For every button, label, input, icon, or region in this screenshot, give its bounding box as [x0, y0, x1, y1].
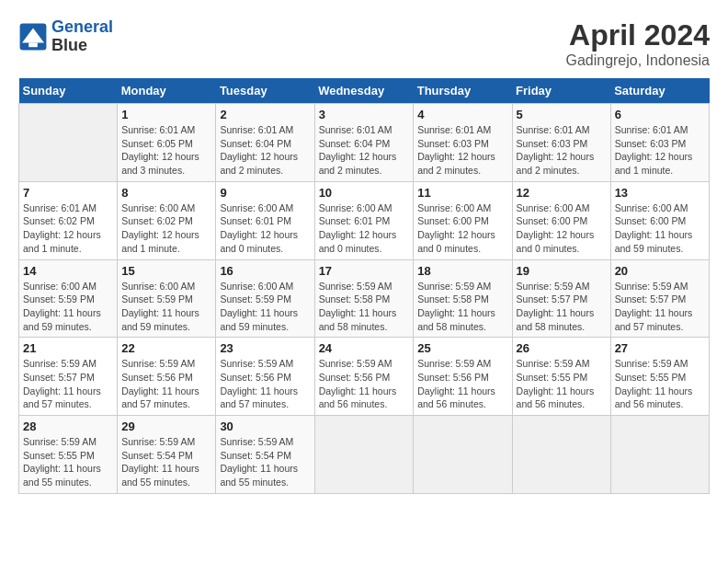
day-number: 19	[517, 264, 607, 278]
day-info: Sunrise: 5:59 AMSunset: 5:56 PMDaylight:…	[319, 357, 410, 411]
day-number: 22	[121, 341, 211, 355]
day-number: 30	[220, 419, 310, 433]
calendar-cell: 2Sunrise: 6:01 AMSunset: 6:04 PMDaylight…	[216, 104, 314, 182]
day-number: 27	[615, 341, 705, 355]
day-number: 24	[319, 341, 410, 355]
day-number: 13	[615, 186, 705, 200]
day-info: Sunrise: 6:01 AMSunset: 6:04 PMDaylight:…	[319, 123, 410, 178]
day-number: 9	[220, 186, 310, 200]
logo-icon	[18, 22, 48, 52]
calendar-cell: 28Sunrise: 5:59 AMSunset: 5:55 PMDayligh…	[19, 416, 118, 494]
day-number: 8	[121, 186, 211, 200]
calendar-cell: 7Sunrise: 6:01 AMSunset: 6:02 PMDaylight…	[19, 181, 118, 259]
day-info: Sunrise: 6:01 AMSunset: 6:02 PMDaylight:…	[23, 201, 113, 256]
day-number: 29	[121, 419, 211, 433]
header-day-saturday: Saturday	[610, 78, 709, 104]
day-number: 20	[615, 264, 705, 278]
day-info: Sunrise: 6:00 AMSunset: 6:00 PMDaylight:…	[615, 201, 705, 256]
calendar-week-row: 1Sunrise: 6:01 AMSunset: 6:05 PMDaylight…	[19, 104, 710, 182]
day-info: Sunrise: 5:59 AMSunset: 5:55 PMDaylight:…	[23, 435, 113, 489]
day-number: 15	[121, 264, 211, 278]
day-number: 10	[319, 186, 410, 200]
logo-text: GeneralBlue	[51, 18, 113, 55]
day-number: 5	[517, 108, 607, 121]
day-info: Sunrise: 6:00 AMSunset: 5:59 PMDaylight:…	[121, 280, 211, 334]
day-number: 23	[220, 341, 310, 355]
calendar-cell: 15Sunrise: 6:00 AMSunset: 5:59 PMDayligh…	[118, 259, 216, 338]
day-info: Sunrise: 6:00 AMSunset: 5:59 PMDaylight:…	[220, 280, 310, 334]
day-info: Sunrise: 6:01 AMSunset: 6:03 PMDaylight:…	[615, 123, 705, 178]
calendar-table: SundayMondayTuesdayWednesdayThursdayFrid…	[18, 78, 710, 494]
day-number: 11	[417, 186, 507, 200]
day-number: 21	[23, 341, 113, 355]
calendar-week-row: 21Sunrise: 5:59 AMSunset: 5:57 PMDayligh…	[19, 338, 710, 416]
calendar-cell: 10Sunrise: 6:00 AMSunset: 6:01 PMDayligh…	[314, 181, 414, 259]
calendar-cell: 3Sunrise: 6:01 AMSunset: 6:04 PMDaylight…	[314, 104, 414, 182]
calendar-cell: 8Sunrise: 6:00 AMSunset: 6:02 PMDaylight…	[118, 181, 216, 259]
header-day-thursday: Thursday	[414, 78, 512, 104]
calendar-cell: 16Sunrise: 6:00 AMSunset: 5:59 PMDayligh…	[216, 259, 314, 338]
calendar-cell: 23Sunrise: 5:59 AMSunset: 5:56 PMDayligh…	[216, 338, 314, 416]
day-info: Sunrise: 5:59 AMSunset: 5:58 PMDaylight:…	[417, 280, 507, 334]
day-number: 7	[23, 186, 113, 200]
header-day-monday: Monday	[118, 78, 216, 104]
page-title: April 2024	[565, 18, 710, 52]
header-day-wednesday: Wednesday	[314, 78, 414, 104]
day-info: Sunrise: 5:59 AMSunset: 5:57 PMDaylight:…	[517, 280, 607, 334]
day-info: Sunrise: 5:59 AMSunset: 5:56 PMDaylight:…	[121, 357, 211, 411]
day-info: Sunrise: 6:00 AMSunset: 6:01 PMDaylight:…	[220, 201, 310, 256]
calendar-week-row: 14Sunrise: 6:00 AMSunset: 5:59 PMDayligh…	[19, 259, 710, 338]
day-number: 28	[23, 419, 113, 433]
header-day-sunday: Sunday	[19, 78, 118, 104]
day-info: Sunrise: 6:01 AMSunset: 6:03 PMDaylight:…	[517, 123, 607, 178]
calendar-cell: 11Sunrise: 6:00 AMSunset: 6:00 PMDayligh…	[414, 181, 512, 259]
logo: GeneralBlue	[18, 18, 113, 55]
day-info: Sunrise: 5:59 AMSunset: 5:56 PMDaylight:…	[417, 357, 507, 411]
calendar-header-row: SundayMondayTuesdayWednesdayThursdayFrid…	[19, 78, 710, 104]
day-info: Sunrise: 5:59 AMSunset: 5:54 PMDaylight:…	[121, 435, 211, 489]
day-info: Sunrise: 6:00 AMSunset: 6:02 PMDaylight:…	[121, 201, 211, 256]
calendar-cell: 25Sunrise: 5:59 AMSunset: 5:56 PMDayligh…	[414, 338, 512, 416]
calendar-cell	[314, 416, 414, 494]
calendar-cell: 18Sunrise: 5:59 AMSunset: 5:58 PMDayligh…	[414, 259, 512, 338]
calendar-cell: 21Sunrise: 5:59 AMSunset: 5:57 PMDayligh…	[19, 338, 118, 416]
svg-rect-2	[28, 42, 38, 47]
calendar-cell	[414, 416, 512, 494]
calendar-cell: 12Sunrise: 6:00 AMSunset: 6:00 PMDayligh…	[512, 181, 610, 259]
calendar-cell: 13Sunrise: 6:00 AMSunset: 6:00 PMDayligh…	[610, 181, 709, 259]
calendar-cell: 6Sunrise: 6:01 AMSunset: 6:03 PMDaylight…	[610, 104, 709, 182]
day-info: Sunrise: 6:00 AMSunset: 6:00 PMDaylight:…	[417, 201, 507, 256]
calendar-cell	[19, 104, 118, 182]
day-number: 12	[517, 186, 607, 200]
calendar-cell: 17Sunrise: 5:59 AMSunset: 5:58 PMDayligh…	[314, 259, 414, 338]
day-info: Sunrise: 5:59 AMSunset: 5:58 PMDaylight:…	[319, 280, 410, 334]
day-info: Sunrise: 6:00 AMSunset: 5:59 PMDaylight:…	[23, 280, 113, 334]
day-info: Sunrise: 6:00 AMSunset: 6:01 PMDaylight:…	[319, 201, 410, 256]
day-info: Sunrise: 5:59 AMSunset: 5:56 PMDaylight:…	[220, 357, 310, 411]
page-header: GeneralBlue April 2024 Gadingrejo, Indon…	[18, 18, 710, 69]
calendar-cell: 22Sunrise: 5:59 AMSunset: 5:56 PMDayligh…	[118, 338, 216, 416]
day-info: Sunrise: 5:59 AMSunset: 5:57 PMDaylight:…	[23, 357, 113, 411]
day-number: 16	[220, 264, 310, 278]
calendar-cell: 14Sunrise: 6:00 AMSunset: 5:59 PMDayligh…	[19, 259, 118, 338]
day-info: Sunrise: 5:59 AMSunset: 5:54 PMDaylight:…	[220, 435, 310, 489]
day-number: 18	[417, 264, 507, 278]
page-subtitle: Gadingrejo, Indonesia	[565, 52, 710, 69]
day-info: Sunrise: 5:59 AMSunset: 5:57 PMDaylight:…	[615, 280, 705, 334]
calendar-cell: 26Sunrise: 5:59 AMSunset: 5:55 PMDayligh…	[512, 338, 610, 416]
day-number: 1	[121, 108, 211, 121]
calendar-cell: 24Sunrise: 5:59 AMSunset: 5:56 PMDayligh…	[314, 338, 414, 416]
day-number: 6	[615, 108, 705, 121]
calendar-cell: 20Sunrise: 5:59 AMSunset: 5:57 PMDayligh…	[610, 259, 709, 338]
day-number: 3	[319, 108, 410, 121]
calendar-cell: 30Sunrise: 5:59 AMSunset: 5:54 PMDayligh…	[216, 416, 314, 494]
day-number: 14	[23, 264, 113, 278]
calendar-week-row: 28Sunrise: 5:59 AMSunset: 5:55 PMDayligh…	[19, 416, 710, 494]
day-info: Sunrise: 5:59 AMSunset: 5:55 PMDaylight:…	[517, 357, 607, 411]
day-number: 25	[417, 341, 507, 355]
day-info: Sunrise: 6:01 AMSunset: 6:04 PMDaylight:…	[220, 123, 310, 178]
day-info: Sunrise: 6:01 AMSunset: 6:05 PMDaylight:…	[121, 123, 211, 178]
calendar-cell: 1Sunrise: 6:01 AMSunset: 6:05 PMDaylight…	[118, 104, 216, 182]
calendar-cell	[512, 416, 610, 494]
day-number: 2	[220, 108, 310, 121]
